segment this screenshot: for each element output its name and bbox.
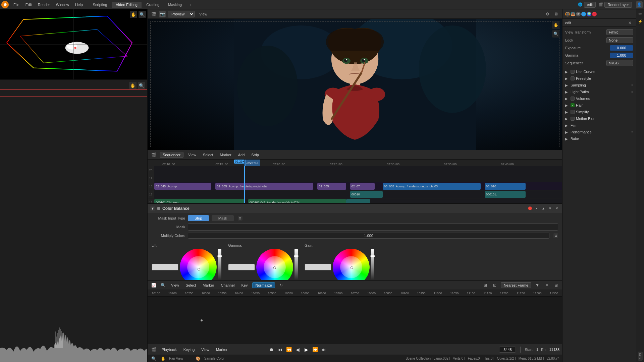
graph-content[interactable] <box>148 297 562 344</box>
cb-dot1-icon[interactable]: • <box>534 206 539 211</box>
graph-search-icon[interactable]: 🔍 <box>160 282 166 289</box>
user-icon[interactable]: 👤 <box>636 1 643 8</box>
multiply-value[interactable]: 1.000 <box>188 233 549 239</box>
freestyle-check[interactable] <box>571 76 575 80</box>
tab-masking[interactable]: Masking <box>164 2 186 8</box>
track-row-19[interactable] <box>154 174 562 182</box>
clip-18-5[interactable]: 03_005_Acomp: /render/spring/shots/03 <box>383 183 481 190</box>
track-row-20[interactable] <box>154 166 562 174</box>
graph-menu-view[interactable]: View <box>169 283 181 288</box>
graph-menu-key[interactable]: Key <box>239 283 250 288</box>
strip-vertical-tab[interactable]: Strip <box>638 352 643 361</box>
preview-camera-icon[interactable]: 📷 <box>159 11 166 17</box>
section-use-curves[interactable]: ▶ Use Curves <box>562 68 636 75</box>
world-icon[interactable]: 🌍 <box>587 12 591 16</box>
graph-menu-select[interactable]: Select <box>184 283 198 288</box>
tab-grading[interactable]: Grading <box>142 2 163 8</box>
mask-mask-btn[interactable]: Mask <box>212 215 234 221</box>
statusbar-sample-icon[interactable]: 🎨 <box>195 355 202 362</box>
graph-fullscreen-icon[interactable]: ⊞ <box>553 282 559 289</box>
gamma-color-wheel[interactable] <box>256 249 293 280</box>
seq-menu-marker[interactable]: Marker <box>218 152 233 158</box>
sidebar-proxy-icon[interactable]: ⚡ <box>637 18 644 25</box>
motion-blur-check[interactable] <box>571 117 575 121</box>
gamma-wheel-slider[interactable] <box>294 249 298 280</box>
seq-menu-add[interactable]: Add <box>236 152 247 158</box>
clip-18-6[interactable]: 03_010_ <box>485 183 526 190</box>
mask-input[interactable] <box>188 223 558 231</box>
view-transform-value[interactable]: Filmic <box>606 29 633 35</box>
clip-18-3[interactable]: 02_065. <box>317 183 346 190</box>
playback-marker-menu[interactable]: Marker <box>214 347 229 352</box>
blender-logo[interactable]: ⬟ <box>1 1 9 8</box>
menu-file[interactable]: File <box>11 2 22 7</box>
preview-settings-icon[interactable]: ⚙ <box>544 11 551 17</box>
render-layer-selector[interactable]: RenderLayer <box>604 2 632 8</box>
lift-slider-handle[interactable] <box>217 255 222 257</box>
section-motion-blur[interactable]: ▶ Motion Blur <box>562 115 636 122</box>
graph-refresh-icon[interactable]: ↻ <box>278 282 284 289</box>
menu-edit[interactable]: Edit <box>23 2 35 7</box>
gamma-prop-value[interactable]: 1.000 <box>610 53 633 58</box>
clip-18-4[interactable]: 02_07 <box>350 183 375 190</box>
preview-editor-type[interactable]: 🎬 <box>150 11 157 17</box>
graph-keyframe-dot[interactable] <box>201 319 203 321</box>
statusbar-magnify-icon[interactable]: 🔍 <box>150 355 157 362</box>
graph-right-icon[interactable]: ▼ <box>534 282 541 289</box>
section-performance[interactable]: ▶ Performance ≡ <box>562 129 636 135</box>
track-row-18[interactable]: 02_045_Acomp: 02_055_Acomp: /render/spri… <box>154 182 562 190</box>
render-icon[interactable]: 🎬 <box>565 12 570 16</box>
seq-editor-type[interactable]: 🎬 <box>150 152 157 158</box>
clip-17-1[interactable]: 00010 <box>350 191 383 198</box>
section-film[interactable]: ▶ Film <box>562 122 636 129</box>
hand-tool-btn[interactable]: ✋ <box>130 11 137 18</box>
section-hair[interactable]: ▶ ✓ Hair <box>562 102 636 109</box>
preview-mode-select[interactable]: Preview <box>168 11 195 17</box>
menu-render[interactable]: Render <box>35 2 53 7</box>
zoom-tool-btn[interactable]: 🔍 <box>139 11 146 18</box>
clip-18-2[interactable]: 02_055_Acomp: /render/spring/shots/ <box>215 183 313 190</box>
gamma-input-field[interactable] <box>228 264 255 270</box>
section-freestyle[interactable]: ▶ Freestyle <box>562 75 636 82</box>
start-value[interactable]: 1 <box>536 348 538 352</box>
lift-wheel-slider[interactable] <box>218 249 221 280</box>
right-panel-close[interactable]: ✕ <box>627 19 633 26</box>
cb-collapse-btn[interactable]: ▼ <box>150 206 155 211</box>
graph-filter-icon[interactable]: ⊡ <box>491 282 498 289</box>
graph-ruler[interactable]: 10150 10200 10250 10300 10350 10400 1045… <box>148 290 562 297</box>
view-layer-icon[interactable]: 👁 <box>576 12 581 16</box>
add-workspace-tab[interactable]: + <box>186 2 194 8</box>
mask-settings-icon[interactable]: ⚙ <box>238 216 243 221</box>
playback-step-back-btn[interactable]: ⏪ <box>285 346 292 353</box>
graph-settings-icon[interactable]: ≡ <box>543 282 550 289</box>
section-simplify[interactable]: ▶ Simplify <box>562 109 636 115</box>
graph-menu-channel[interactable]: Channel <box>219 283 236 288</box>
graph-menu-marker[interactable]: Marker <box>201 283 216 288</box>
volumes-check[interactable] <box>571 97 575 101</box>
sidebar-view-icon[interactable]: 👁 <box>637 11 644 17</box>
gamma-slider-handle[interactable] <box>294 255 299 257</box>
engine-selector[interactable]: edit <box>584 2 596 8</box>
section-bake[interactable]: ▶ Bake <box>562 135 636 142</box>
use-curves-check[interactable] <box>571 70 575 74</box>
clip-17-2[interactable]: 000101. <box>485 191 526 198</box>
simplify-check[interactable] <box>571 110 575 114</box>
preview-hand-icon[interactable]: ✋ <box>552 21 559 29</box>
preview-view-menu[interactable]: View <box>197 11 210 17</box>
track-row-17[interactable]: 00010 000101. <box>154 190 562 198</box>
preview-zoom-icon[interactable]: 🔍 <box>552 30 559 38</box>
seq-menu-view[interactable]: View <box>186 152 198 158</box>
cb-down-icon[interactable]: ▼ <box>547 206 553 211</box>
output-icon[interactable]: 📤 <box>571 12 575 16</box>
graph-snap-icon[interactable]: ⊞ <box>482 282 489 289</box>
nearest-frame-select[interactable]: Nearest Frame <box>501 282 531 288</box>
cb-close-btn[interactable]: ✕ <box>554 206 559 211</box>
preview-display-icon[interactable]: 🖥 <box>553 11 559 17</box>
seq-ruler[interactable]: 02:23+16 02:10+00 02:15+00 02:20+00 02:2… <box>148 160 562 166</box>
playback-back-btn[interactable]: ◀ <box>294 346 301 353</box>
keying-menu[interactable]: Keying <box>181 347 197 352</box>
normalize-btn[interactable]: Normalize <box>252 282 275 288</box>
section-light-paths[interactable]: ▶ Light Paths ≡ <box>562 88 636 95</box>
gain-color-wheel[interactable] <box>333 249 370 280</box>
lift-input-field[interactable] <box>152 264 178 270</box>
